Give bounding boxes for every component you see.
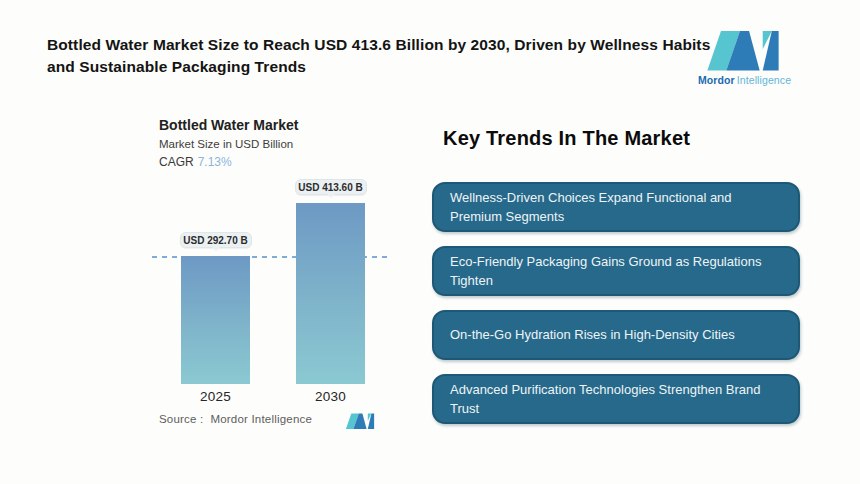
trend-card-wellness: Wellness-Driven Choices Expand Functiona… bbox=[432, 182, 800, 232]
page-title: Bottled Water Market Size to Reach USD 4… bbox=[47, 34, 712, 79]
source-row: Source :Mordor Intelligence bbox=[159, 413, 312, 425]
chart-subtitle: Market Size in USD Billion bbox=[159, 138, 293, 150]
brand-name: MordorIntelligence bbox=[698, 74, 788, 86]
brand-name-primary: Mordor bbox=[698, 74, 735, 86]
cagr-label: CAGR bbox=[159, 155, 194, 169]
brand-logo: MordorIntelligence bbox=[698, 28, 788, 86]
value-label-2025: USD 292.70 B bbox=[180, 232, 252, 248]
infographic-canvas: Bottled Water Market Size to Reach USD 4… bbox=[0, 0, 860, 484]
chart-title: Bottled Water Market bbox=[159, 117, 299, 133]
trend-card-hydration: On-the-Go Hydration Rises in High-Densit… bbox=[432, 310, 800, 360]
mordor-logo-icon bbox=[705, 28, 781, 72]
source-logo-icon bbox=[345, 412, 375, 430]
trends-heading: Key Trends In The Market bbox=[443, 127, 690, 150]
source-label: Source : bbox=[159, 413, 203, 425]
cagr-value: 7.13% bbox=[198, 155, 232, 169]
x-axis-label-2030: 2030 bbox=[296, 389, 365, 404]
bar-2025 bbox=[181, 256, 250, 384]
value-label-2030: USD 413.60 B bbox=[295, 179, 367, 195]
x-axis-label-2025: 2025 bbox=[181, 389, 250, 404]
chart-cagr: CAGR7.13% bbox=[159, 155, 232, 169]
brand-name-secondary: Intelligence bbox=[737, 74, 791, 86]
trend-card-eco-packaging: Eco-Friendly Packaging Gains Ground as R… bbox=[432, 246, 800, 296]
bar-chart-plot: USD 292.70 B USD 413.60 B 2025 2030 bbox=[152, 200, 392, 384]
source-value: Mordor Intelligence bbox=[210, 413, 312, 425]
bar-2030 bbox=[296, 203, 365, 384]
trend-card-purification: Advanced Purification Technologies Stren… bbox=[432, 374, 800, 424]
